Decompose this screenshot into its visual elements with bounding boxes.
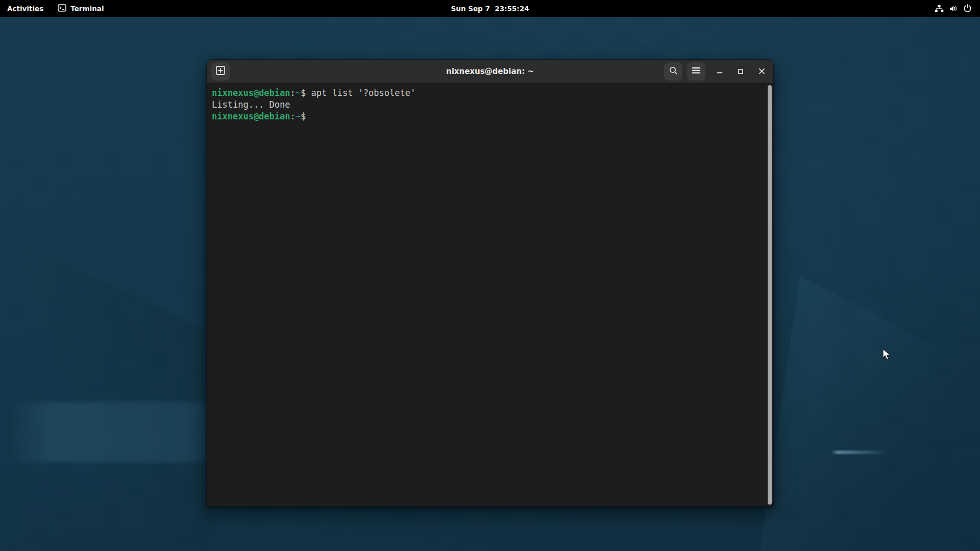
activities-button[interactable]: Activities bbox=[0, 0, 51, 17]
close-icon bbox=[758, 67, 765, 77]
command-text: apt list '?obsolete' bbox=[311, 88, 416, 98]
wallpaper-shape bbox=[0, 163, 214, 551]
prompt-colon: : bbox=[290, 88, 296, 98]
terminal-app-icon bbox=[58, 4, 66, 13]
power-icon bbox=[963, 4, 972, 13]
close-button[interactable] bbox=[755, 65, 768, 78]
prompt-colon: : bbox=[290, 111, 296, 121]
wallpaper-shape bbox=[831, 450, 888, 454]
app-menu-label: Terminal bbox=[70, 5, 104, 13]
terminal-content[interactable]: nixnexus@debian:~$apt list '?obsolete' L… bbox=[207, 84, 773, 506]
prompt-user: nixnexus@debian bbox=[212, 88, 290, 98]
prompt-path: ~ bbox=[296, 111, 301, 121]
scrollbar-track[interactable] bbox=[767, 84, 773, 506]
maximize-button[interactable] bbox=[734, 65, 747, 78]
new-tab-icon bbox=[215, 65, 226, 78]
desktop: Activities Terminal Sun Sep 7 23:55:24 bbox=[0, 0, 980, 551]
terminal-line-output: Listing... Done bbox=[212, 99, 768, 111]
terminal-line-prompt: nixnexus@debian:~$ bbox=[212, 111, 768, 122]
prompt-symbol: $ bbox=[301, 88, 306, 98]
volume-icon bbox=[949, 5, 958, 13]
wallpaper-shape bbox=[0, 402, 239, 462]
app-menu-terminal[interactable]: Terminal bbox=[51, 0, 111, 17]
prompt-user: nixnexus@debian bbox=[212, 111, 290, 121]
maximize-icon bbox=[738, 67, 744, 77]
gnome-top-bar: Activities Terminal Sun Sep 7 23:55:24 bbox=[0, 0, 980, 17]
mouse-cursor-icon bbox=[882, 348, 893, 363]
prompt-symbol: $ bbox=[301, 111, 306, 121]
headerbar[interactable]: nixnexus@debian: ~ bbox=[207, 60, 773, 84]
clock[interactable]: Sun Sep 7 23:55:24 bbox=[0, 0, 980, 17]
activities-label: Activities bbox=[7, 5, 43, 13]
terminal-window: nixnexus@debian: ~ bbox=[206, 59, 774, 507]
terminal-line-command: nixnexus@debian:~$apt list '?obsolete' bbox=[212, 87, 768, 99]
hamburger-menu-icon bbox=[692, 66, 701, 77]
minimize-icon bbox=[717, 67, 723, 77]
search-icon bbox=[669, 66, 678, 78]
menu-button[interactable] bbox=[687, 62, 705, 81]
minimize-button[interactable] bbox=[713, 65, 726, 78]
prompt-path: ~ bbox=[296, 88, 301, 98]
search-button[interactable] bbox=[664, 62, 682, 81]
wallpaper-shape bbox=[761, 276, 980, 551]
network-wired-icon bbox=[935, 5, 944, 13]
system-status-area[interactable] bbox=[932, 0, 975, 17]
scrollbar-thumb[interactable] bbox=[768, 85, 772, 505]
new-tab-button[interactable] bbox=[211, 62, 230, 81]
